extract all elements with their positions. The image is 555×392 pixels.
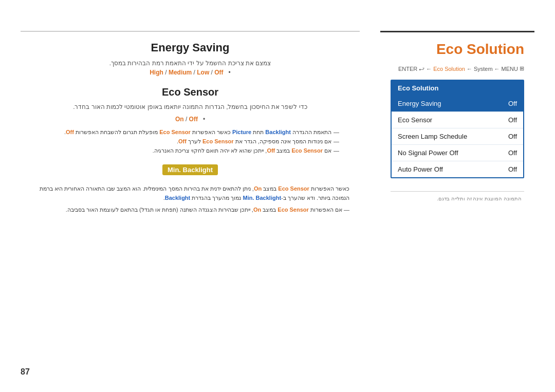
eco-sensor-title: Eco Sensor <box>31 86 349 98</box>
menu-item-energy-saving-label: Energy Saving <box>398 100 441 107</box>
options-high: High <box>150 69 163 76</box>
breadcrumb: ENTER ⮐ ← Eco Solution ← System ← MENU ⊞ <box>391 65 524 72</box>
energy-saving-title: Energy Saving <box>31 41 349 54</box>
menu-item-screen-lamp-value: Off <box>508 133 517 140</box>
menu-item-energy-saving-value: Off <box>508 100 517 107</box>
eco-sensor-notes: התאמת ההגדרה Backlight תחת Picture כאשר … <box>31 129 349 154</box>
menu-item-no-signal-label: No Signal Power Off <box>398 149 458 157</box>
page-number: 87 <box>21 367 30 377</box>
breadcrumb-menu: MENU <box>502 66 518 72</box>
menu-item-energy-saving[interactable]: Energy Saving Off <box>392 96 523 112</box>
options-low: Low <box>197 69 209 76</box>
menu-header: Eco Solution <box>392 81 523 96</box>
energy-saving-desc: צמצם את צריכת החשמל על ידי התאמת רמת הבה… <box>31 60 349 67</box>
eco-solution-menu: Eco Solution Energy Saving Off Eco Senso… <box>391 80 524 178</box>
top-border-right <box>380 31 534 32</box>
top-border-left <box>21 31 360 32</box>
menu-item-auto-power-label: Auto Power Off <box>398 165 443 173</box>
breadcrumb-arrow1: ← <box>426 66 432 72</box>
breadcrumb-system: System <box>474 66 493 72</box>
breadcrumb-arrow3: ← <box>494 66 500 72</box>
right-panel: Eco Solution ENTER ⮐ ← Eco Solution ← Sy… <box>380 36 534 207</box>
menu-item-no-signal-value: Off <box>508 149 517 157</box>
options-off: Off <box>214 69 223 76</box>
menu-item-screen-lamp-label: Screen Lamp Schedule <box>398 133 467 140</box>
breadcrumb-arrow2: ← <box>467 66 472 72</box>
menu-item-no-signal[interactable]: No Signal Power Off Off <box>392 145 523 161</box>
menu-item-auto-power-value: Off <box>508 165 517 173</box>
min-backlight-badge: Min. Backlight <box>162 164 218 175</box>
energy-saving-options: High / Medium / Low / Off • <box>31 69 349 76</box>
menu-item-eco-sensor[interactable]: Eco Sensor Off <box>392 112 523 128</box>
note-item-3: אם Eco Sensor במצב Off, ייתכן שהוא לא יה… <box>31 147 339 154</box>
menu-item-eco-sensor-value: Off <box>508 116 517 124</box>
note-item-1: התאמת ההגדרה Backlight תחת Picture כאשר … <box>31 129 339 136</box>
breadcrumb-icon-enter: ⮐ <box>419 66 424 72</box>
menu-item-auto-power[interactable]: Auto Power Off Off <box>392 161 523 177</box>
min-backlight-body2: — אם האפשרות Eco Sensor במצב On, ייתכן ש… <box>31 206 349 215</box>
eco-sensor-desc: כדי לשפר את החיסכון בחשמל, הגדרות התמונה… <box>31 103 349 110</box>
menu-item-eco-sensor-label: Eco Sensor <box>398 116 432 124</box>
min-backlight-body1: כאשר האפשרות Eco Sensor במצב On, ניתן לה… <box>31 184 349 202</box>
eco-sensor-options: On / Off • <box>31 116 349 123</box>
min-backlight-wrap: Min. Backlight <box>31 160 349 179</box>
breadcrumb-enter: ENTER <box>398 66 417 72</box>
breadcrumb-menu-icon: ⊞ <box>520 65 524 72</box>
right-panel-title: Eco Solution <box>391 41 524 58</box>
menu-item-screen-lamp[interactable]: Screen Lamp Schedule Off <box>392 128 523 145</box>
right-footer-note: התמונה המוצגת אינה זה ותלייה בדגם. <box>391 191 524 201</box>
breadcrumb-eco-solution: Eco Solution <box>433 66 465 72</box>
options-medium: Medium <box>169 69 192 76</box>
left-panel: Energy Saving צמצם את צריכת החשמל על ידי… <box>21 36 360 223</box>
note-item-2: אם נינודות המסך אינה מספיקה, הגדר את Eco… <box>31 138 339 145</box>
